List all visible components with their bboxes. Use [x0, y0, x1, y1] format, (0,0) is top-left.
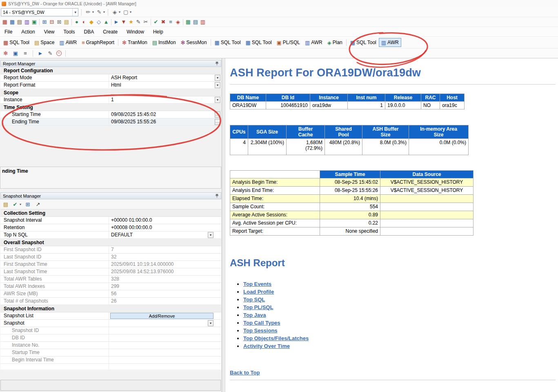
box-icon[interactable]: ▢ [122, 9, 129, 16]
toolbar-icon[interactable]: ⊠ [56, 18, 63, 26]
toolbar-button-awr[interactable]: ▥AWR [302, 38, 325, 47]
toolbar-button-awr[interactable]: ▥AWR [57, 38, 79, 47]
chevron-down-icon[interactable]: ▾ [92, 10, 94, 14]
scissors-icon[interactable]: ✂ [142, 18, 149, 26]
panel-splitter[interactable] [222, 58, 225, 392]
toolbar-icon[interactable]: ▣ [31, 18, 38, 26]
starting-time-value[interactable]: 09/08/2025 15:45:02 [111, 111, 207, 118]
pen-icon[interactable]: ✏ [84, 9, 92, 16]
menu-item-file[interactable]: File [0, 28, 17, 36]
ending-time-value[interactable]: 09/08/2025 15:55:26 [111, 118, 207, 125]
toolbar-icon[interactable]: ▦ [1, 18, 9, 26]
toolbar-button-plsql[interactable]: ▣PL/SQL [274, 38, 302, 47]
chevron-down-icon[interactable]: ▾ [215, 82, 220, 88]
toolbar-icon[interactable]: ▼ [120, 18, 127, 26]
add-snapshot-icon[interactable]: ⊞ [24, 201, 31, 208]
table-cell [380, 195, 474, 203]
database-icon[interactable]: ▤ [63, 18, 70, 26]
toolbar-button-sql-tool[interactable]: ▦SQL Tool [1, 38, 32, 47]
link-top-java[interactable]: Top Java [243, 312, 266, 318]
link-top-plsql[interactable]: Top PL/SQL [243, 304, 273, 310]
toolbar-button-graphreport[interactable]: ≡GraphReport [79, 38, 117, 47]
pencil-icon[interactable]: ✎ [135, 18, 142, 26]
toolbar-icon[interactable]: ◇ [95, 18, 102, 26]
instance-value[interactable]: 1 [111, 96, 207, 103]
list-icon[interactable]: ≡ [167, 18, 174, 26]
toolbar-button-sessmon[interactable]: ✻SessMon [178, 38, 209, 47]
toolbar-icon[interactable]: ▥ [199, 18, 207, 26]
toolbar-button-plan[interactable]: ◈Plan [325, 38, 345, 47]
menu-item-action[interactable]: Action [17, 28, 39, 36]
pushpin-icon[interactable] [215, 61, 219, 66]
add-remove-button[interactable]: Add/Remove [110, 313, 213, 319]
toolbar-icon[interactable]: ▦ [185, 18, 192, 26]
menu-item-tools[interactable]: Tools [59, 28, 80, 36]
toolbar-icon[interactable]: ◆ [88, 18, 95, 26]
chevron-down-icon[interactable]: ▾ [208, 320, 213, 326]
link-activity-over-time[interactable]: Activity Over Time [243, 343, 290, 349]
link-top-sql[interactable]: Top SQL [243, 296, 265, 303]
link-top-events[interactable]: Top Events [243, 281, 271, 287]
link-top-objects[interactable]: Top Objects/Files/Latches [243, 335, 309, 341]
toolbar-button-sql-tool[interactable]: ▦SQL Tool [243, 38, 274, 47]
menu-item-window[interactable]: Window [122, 28, 149, 36]
menu-item-help[interactable]: Help [149, 28, 168, 36]
toolbar-button-tranmon[interactable]: ✻TranMon [120, 38, 149, 47]
menu-item-create[interactable]: Create [98, 28, 122, 36]
toolbar-button-instmon[interactable]: ▤InstMon [150, 38, 178, 47]
report-mode-value[interactable]: ASH Report [111, 74, 207, 81]
chevron-down-icon[interactable]: ▾ [103, 10, 105, 14]
remove-icon[interactable]: − [56, 51, 62, 56]
ellipsis-button[interactable]: ... [215, 111, 220, 118]
package-icon[interactable]: ◈ [111, 9, 118, 16]
link-top-sessions[interactable]: Top Sessions [243, 327, 278, 334]
run-icon[interactable]: ► [37, 50, 44, 57]
menu-item-view[interactable]: View [40, 28, 59, 36]
toolbar-icon[interactable]: ★ [127, 18, 135, 26]
check-icon[interactable]: ✔ [152, 18, 160, 26]
toolbar-icon[interactable]: ▥ [23, 18, 31, 26]
toolbar-icon[interactable]: ⊟ [48, 18, 56, 26]
pencil-icon[interactable]: ✎ [96, 9, 103, 16]
chevron-down-icon[interactable]: ▾ [215, 75, 220, 81]
toolbar-icon[interactable]: ⊞ [41, 18, 48, 26]
ellipsis-button[interactable]: ... [215, 119, 220, 125]
toolbar-icon[interactable]: ▤ [192, 18, 199, 26]
check-icon[interactable]: ✔ [12, 201, 18, 208]
toolbar-icon[interactable]: ◐ [80, 18, 88, 26]
pushpin-icon[interactable] [215, 194, 219, 198]
chevron-down-icon[interactable]: ▾ [130, 10, 131, 14]
toolbar-button-space[interactable]: ▤Space [32, 38, 57, 47]
report-format-value[interactable]: Html [111, 82, 207, 89]
session-combo[interactable]: 14 - SYS@YYS_DW ▾ [1, 8, 78, 16]
back-to-top-link[interactable]: Back to Top [230, 370, 260, 376]
close-icon[interactable]: ✖ [160, 18, 167, 26]
chevron-down-icon[interactable]: ▾ [215, 97, 220, 103]
export-icon[interactable]: ↗ [34, 201, 42, 208]
save-icon[interactable]: ▣ [12, 50, 19, 57]
chevron-down-icon[interactable]: ▾ [119, 10, 120, 14]
row-value[interactable]: DEFAULT [111, 232, 207, 238]
print-icon[interactable]: ≡ [22, 50, 29, 57]
toolbar-button-awr-active[interactable]: ▥AWR [379, 38, 401, 47]
table-cell: NO [421, 102, 440, 109]
toolbar-icon[interactable]: ► [113, 18, 120, 26]
pinwheel-icon[interactable]: ✻ [2, 50, 9, 57]
toolbar-icon[interactable]: ▦ [9, 18, 16, 26]
edit-icon[interactable]: ✎ [47, 50, 54, 57]
row-value[interactable]: +00008 00:00:00.0 [111, 224, 207, 231]
database-icon[interactable]: ▤ [2, 201, 9, 208]
toolbar-button-sql-tool[interactable]: ▦SQL Tool [212, 38, 243, 47]
toolbar-icon[interactable]: ▤ [16, 18, 23, 26]
gem-icon[interactable]: ◈ [174, 18, 182, 26]
toolbar-button-sql-tool[interactable]: ▦SQL Tool [348, 38, 379, 47]
row-value[interactable]: +00000 01:00:00.0 [111, 217, 207, 224]
chevron-down-icon[interactable]: ▾ [20, 203, 21, 206]
toolbar-icon[interactable]: ● [73, 18, 80, 26]
chevron-down-icon[interactable]: ▾ [72, 9, 76, 16]
chevron-down-icon[interactable]: ▾ [208, 232, 213, 238]
toolbar-icon[interactable]: ▲ [102, 18, 110, 26]
link-load-profile[interactable]: Load Profile [243, 289, 274, 295]
menu-item-dba[interactable]: DBA [80, 28, 99, 36]
link-top-call-types[interactable]: Top Call Types [243, 320, 280, 326]
